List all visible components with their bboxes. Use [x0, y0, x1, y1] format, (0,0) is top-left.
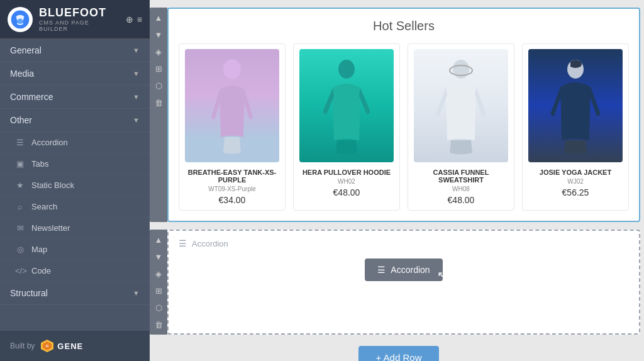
- product-name-1: HERA PULLOVER HOODIE: [303, 169, 391, 176]
- sidebar: BLUEFOOT CMS AND PAGE BUILDER ⊕ ≡ Genera…: [0, 0, 150, 361]
- product-card-3: JOSIE YOGA JACKET WJ02 €56.25: [522, 43, 629, 211]
- gene-logo: G GENE: [40, 338, 83, 353]
- sidebar-section-structural-label: Structural: [10, 288, 48, 298]
- sidebar-section-media[interactable]: Media ▼: [0, 62, 150, 86]
- product-sku-3: WJ02: [567, 178, 584, 185]
- product-name-2: CASSIA FUNNEL SWEATSHIRT: [413, 169, 509, 184]
- cursor-icon: ↖: [437, 269, 447, 282]
- gene-name: GENE: [57, 342, 83, 351]
- accordion-icon: ☰: [15, 138, 25, 147]
- toolbar2-image-btn[interactable]: ⬡: [151, 300, 166, 315]
- chevron-up-icon: ▼: [133, 116, 140, 124]
- toolbar-delete-btn[interactable]: 🗑: [151, 95, 166, 110]
- code-icon: </>: [15, 266, 25, 275]
- hot-sellers-title: Hot Sellers: [179, 19, 629, 33]
- toolbar2-settings-btn[interactable]: ◈: [151, 266, 166, 281]
- sidebar-section-commerce-label: Commerce: [10, 92, 53, 102]
- header-icons: ⊕ ≡: [126, 14, 142, 25]
- product-name-3: JOSIE YOGA JACKET: [540, 169, 611, 176]
- sidebar-item-static-block-label: Static Block: [31, 181, 74, 190]
- tabs-icon: ▣: [15, 159, 25, 169]
- sidebar-item-accordion[interactable]: ☰ Accordion: [0, 132, 150, 153]
- product-image-2: [414, 49, 508, 162]
- brand-name: BLUEFOOT: [39, 6, 119, 19]
- sidebar-item-accordion-label: Accordion: [31, 138, 68, 147]
- product-sku-2: WH08: [452, 186, 470, 192]
- sidebar-item-tabs[interactable]: ▣ Tabs: [0, 153, 150, 175]
- add-row-button[interactable]: + Add Row: [358, 346, 440, 361]
- sidebar-item-code-label: Code: [31, 266, 51, 275]
- toolbar2-duplicate-btn[interactable]: ⊞: [151, 283, 166, 298]
- toolbar2-up-btn[interactable]: ▲: [151, 232, 166, 247]
- row2-toolbar: ▲ ▼ ◈ ⊞ ⬡ 🗑: [150, 230, 167, 335]
- sidebar-item-newsletter-label: Newsletter: [31, 223, 70, 233]
- svg-point-6: [338, 60, 355, 79]
- product-name-0: BREATHE-EASY TANK-XS-PURPLE: [184, 169, 280, 184]
- add-row-label: + Add Row: [376, 352, 422, 361]
- toolbar2-delete-btn[interactable]: 🗑: [151, 317, 166, 332]
- chevron-down-icon: ▼: [133, 93, 140, 101]
- menu-icon[interactable]: ≡: [137, 14, 142, 25]
- chevron-down-icon: ▼: [133, 47, 140, 54]
- sidebar-item-static-block[interactable]: ★ Static Block: [0, 175, 150, 196]
- product-image-3: [528, 49, 623, 162]
- accordion-row: ▲ ▼ ◈ ⊞ ⬡ 🗑 ☰ Accordion ☰ Accordion ↖: [150, 226, 644, 338]
- chevron-down-icon: ▼: [133, 70, 140, 77]
- product-sku-1: WH02: [338, 178, 355, 185]
- accordion-placeholder-text: Accordion: [192, 239, 228, 248]
- add-row-container: + Add Row: [150, 338, 644, 361]
- chevron-down-icon: ▼: [133, 289, 140, 297]
- hot-sellers-block: Hot Sellers BREATHE-EASY TANK-XS-PURPLE: [167, 8, 640, 222]
- product-sku-0: WT09-XS-Purple: [208, 186, 256, 192]
- product-price-3: €56.25: [562, 187, 589, 197]
- accordion-placeholder-icon: ☰: [179, 238, 187, 248]
- sidebar-item-search[interactable]: ⌕ Search: [0, 196, 150, 218]
- sidebar-section-structural[interactable]: Structural ▼: [0, 282, 150, 305]
- sidebar-item-map-label: Map: [31, 245, 47, 254]
- toolbar2-down-btn[interactable]: ▼: [151, 249, 166, 264]
- brand-logo: [8, 7, 33, 32]
- newsletter-icon: ✉: [15, 223, 25, 233]
- accordion-drag-button[interactable]: ☰ Accordion ↖: [365, 258, 442, 281]
- sidebar-item-code[interactable]: </> Code: [0, 260, 150, 282]
- sidebar-section-commerce[interactable]: Commerce ▼: [0, 86, 150, 109]
- sidebar-footer: Built by G GENE: [0, 331, 150, 361]
- accordion-drag-area: ☰ Accordion ↖: [179, 258, 629, 281]
- brand-subtitle: CMS AND PAGE BUILDER: [39, 19, 119, 32]
- accordion-dashed-block: ☰ Accordion ☰ Accordion ↖: [167, 230, 640, 335]
- product-card-1: HERA PULLOVER HOODIE WH02 €48.00: [293, 43, 400, 211]
- map-icon: ◎: [15, 245, 25, 254]
- product-card-2: CASSIA FUNNEL SWEATSHIRT WH08 €48.00: [408, 43, 514, 211]
- search-icon: ⌕: [15, 202, 25, 211]
- product-image-0: [185, 49, 279, 162]
- pin-icon[interactable]: ⊕: [126, 14, 133, 25]
- sidebar-section-other-label: Other: [10, 115, 32, 125]
- sidebar-item-tabs-label: Tabs: [31, 159, 48, 169]
- star-icon: ★: [15, 181, 25, 190]
- hot-sellers-row: ▲ ▼ ◈ ⊞ ⬡ 🗑 Hot Sellers: [150, 0, 644, 226]
- brand-title: BLUEFOOT CMS AND PAGE BUILDER: [39, 6, 119, 32]
- built-by-label: Built by: [10, 342, 35, 350]
- toolbar-up-btn[interactable]: ▲: [151, 10, 166, 25]
- toolbar-image-btn[interactable]: ⬡: [151, 78, 166, 93]
- sidebar-section-media-label: Media: [10, 69, 34, 79]
- product-price-1: €48.00: [333, 187, 360, 197]
- toolbar-duplicate-btn[interactable]: ⊞: [151, 61, 166, 76]
- accordion-drag-icon: ☰: [377, 265, 386, 275]
- product-price-0: €34.00: [219, 195, 246, 205]
- product-image-1: [299, 49, 394, 162]
- product-card-0: BREATHE-EASY TANK-XS-PURPLE WT09-XS-Purp…: [179, 43, 286, 211]
- sidebar-section-other[interactable]: Other ▼: [0, 109, 150, 132]
- toolbar-down-btn[interactable]: ▼: [151, 27, 166, 42]
- products-grid: BREATHE-EASY TANK-XS-PURPLE WT09-XS-Purp…: [179, 43, 629, 211]
- sidebar-section-general-label: General: [10, 45, 42, 55]
- sidebar-section-general[interactable]: General ▼: [0, 39, 150, 62]
- sidebar-item-map[interactable]: ◎ Map: [0, 239, 150, 260]
- svg-text:G: G: [46, 344, 49, 348]
- row1-toolbar: ▲ ▼ ◈ ⊞ ⬡ 🗑: [150, 8, 167, 222]
- toolbar-settings-btn[interactable]: ◈: [151, 44, 166, 59]
- svg-point-5: [223, 59, 241, 79]
- accordion-drag-label: Accordion: [391, 265, 430, 275]
- product-price-2: €48.00: [448, 195, 475, 205]
- sidebar-item-newsletter[interactable]: ✉ Newsletter: [0, 218, 150, 239]
